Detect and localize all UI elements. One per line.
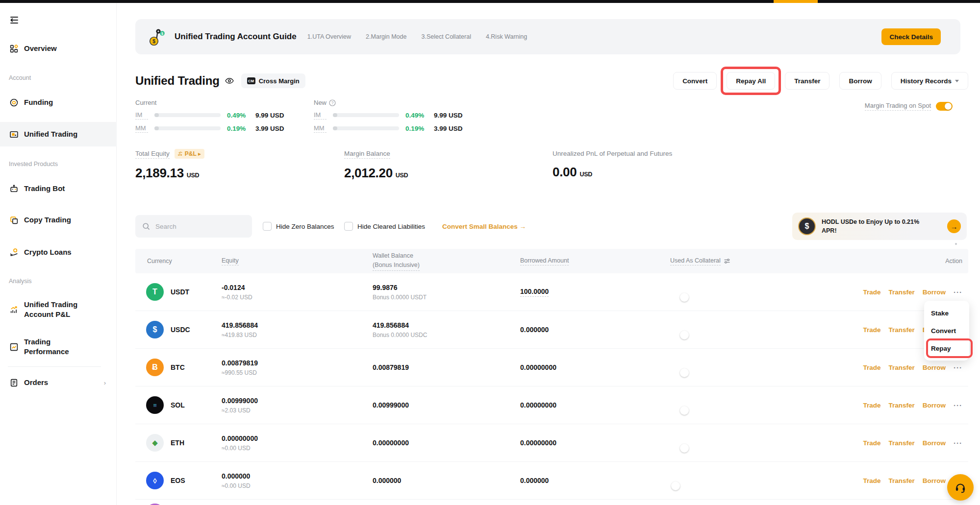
margin-balance-value: 2,012.20 [344,166,393,181]
im-progress-bar [333,113,399,117]
sidebar-item-uta-pnl[interactable]: Unified Trading Account P&L [0,295,117,324]
trade-link[interactable]: Trade [863,439,880,447]
hide-zero-checkbox[interactable] [263,222,272,231]
sidebar-item-crypto-loans[interactable]: Crypto Loans [0,240,117,265]
guide-steps: 1.UTA Overview 2.Margin Mode 3.Select Co… [307,33,528,40]
eos-coin-icon: ◊ [146,472,164,489]
borrow-button[interactable]: Borrow [839,72,881,90]
header-buttons: Convert Repay All Transfer Borrow Histor… [673,72,968,90]
unified-trading-icon [9,129,19,139]
im-value: 9.99 USD [255,112,284,119]
borrowed-amount[interactable]: 100.0000 [520,288,549,297]
hide-cleared-checkbox[interactable] [344,222,353,231]
unified-trading-page: Overview Account Funding Unified Trading [0,0,980,505]
borrowed-amount: 0.00000000 [520,363,556,371]
borrowed-amount: 0.00000000 [520,439,556,447]
guide-step[interactable]: 4.Risk Warning [486,33,527,40]
total-equity-label: Total Equity [135,150,170,159]
chevron-down-icon [955,80,959,82]
orders-icon [9,378,19,387]
sidebar-item-label: Funding [24,97,98,107]
table-row-eth: ◆ETH 0.00000000≈0.00 USD 0.00000000 0.00… [135,424,968,462]
more-actions-button[interactable]: ··· [954,401,962,409]
guide-step[interactable]: 2.Margin Mode [366,33,406,40]
current-mm-row: MM 0.19% 3.99 USD [135,124,284,133]
trade-link[interactable]: Trade [863,402,880,409]
search-icon [142,222,151,231]
transfer-link[interactable]: Transfer [888,326,914,334]
sidebar-item-label: Copy Trading [24,215,98,225]
spot-margin-toggle[interactable] [936,102,953,111]
borrow-link[interactable]: Borrow [923,477,946,484]
eth-coin-icon: ◆ [146,434,164,452]
trade-link[interactable]: Trade [863,364,880,371]
hide-zero-balances-filter[interactable]: Hide Zero Balances [263,222,334,231]
im-value: 9.99 USD [434,112,463,119]
transfer-link[interactable]: Transfer [888,477,914,484]
margin-mode-badge[interactable]: CM Cross Margin [241,73,305,88]
sidebar-section-invested: Invested Products [9,161,58,168]
table-row-partial: 0.00000000 [135,500,968,505]
new-im-row: IM 0.49% 9.99 USD [314,111,463,120]
col-borrowed-amount: Borrowed Amount [520,257,670,265]
transfer-link[interactable]: Transfer [888,439,914,447]
mm-percent: 0.19% [227,125,250,132]
borrow-link[interactable]: Borrow [923,289,946,296]
sidebar-item-trading-bot[interactable]: Trading Bot [0,176,117,201]
sidebar-item-trading-performance[interactable]: Trading Performance [0,332,117,361]
page-title: Unified Trading [135,74,220,88]
svg-text:$: $ [152,39,155,44]
sidebar-item-copy-trading[interactable]: Copy Trading [0,208,117,232]
repay-all-button[interactable]: Repay All [727,72,775,90]
transfer-button[interactable]: Transfer [785,72,829,90]
svg-text:$: $ [161,32,163,36]
sidebar-item-overview[interactable]: Overview [0,36,117,61]
usde-promo-banner[interactable]: $ HODL USDe to Enjoy Up to 0.21% APR! → [792,213,967,240]
sidebar-collapse-icon[interactable] [9,15,21,26]
sol-coin-icon: ≡ [146,396,164,414]
sidebar-item-label: Trading Performance [24,337,98,357]
support-chat-button[interactable] [947,474,974,501]
cross-margin-icon: CM [247,77,255,84]
uta-guide-banner: $ $ Unified Trading Account Guide 1.UTA … [135,19,960,54]
trade-link[interactable]: Trade [863,477,880,484]
pnl-badge[interactable]: P&L ▸ [175,149,204,159]
page-header: Unified Trading CM Cross Margin Convert … [135,71,968,91]
check-details-button[interactable]: Check Details [881,28,941,45]
trade-link[interactable]: Trade [863,289,880,296]
history-records-button[interactable]: History Records [891,72,968,90]
transfer-link[interactable]: Transfer [888,289,914,296]
transfer-link[interactable]: Transfer [888,364,914,371]
transfer-link[interactable]: Transfer [888,402,914,409]
guide-step[interactable]: 3.Select Collateral [421,33,471,40]
convert-small-balances-link[interactable]: Convert Small Balances → [442,223,526,230]
borrow-link[interactable]: Borrow [923,364,946,371]
sidebar-item-orders[interactable]: Orders › [0,370,117,395]
sidebar-item-unified-trading[interactable]: Unified Trading [0,122,117,146]
more-actions-button[interactable]: ··· [954,363,962,372]
sidebar-item-funding[interactable]: Funding [0,90,117,115]
search-input[interactable] [154,222,238,231]
guide-step[interactable]: 1.UTA Overview [307,33,351,40]
convert-button[interactable]: Convert [673,72,717,90]
borrow-link[interactable]: Borrow [923,439,946,447]
sidebar-item-label: Orders [24,378,98,387]
borrowed-amount: 0.000000 [520,477,549,484]
more-actions-button[interactable]: ··· [954,288,962,296]
more-actions-button[interactable]: ··· [954,439,962,447]
collateral-settings-icon[interactable] [724,258,730,265]
hide-cleared-liabilities-filter[interactable]: Hide Cleared Liabilities [344,222,425,231]
margin-balance-stat: Margin Balance 2,012.20USD [344,149,408,181]
borrowed-amount: 0.00000000 [520,401,556,409]
dropdown-item-stake[interactable]: Stake [924,304,969,322]
borrow-link[interactable]: Borrow [923,402,946,409]
eye-icon[interactable] [225,76,234,86]
equity-value: 0.000000 [222,472,373,480]
im-percent: 0.49% [227,112,250,119]
trade-link[interactable]: Trade [863,326,880,334]
arrow-right-icon[interactable]: → [947,219,961,233]
dropdown-item-convert[interactable]: Convert [924,322,969,339]
more-actions-dropdown: Stake Convert Repay [924,301,969,361]
wallet-balance: 0.00879819 [373,363,520,371]
dropdown-item-repay[interactable]: Repay [924,339,969,357]
